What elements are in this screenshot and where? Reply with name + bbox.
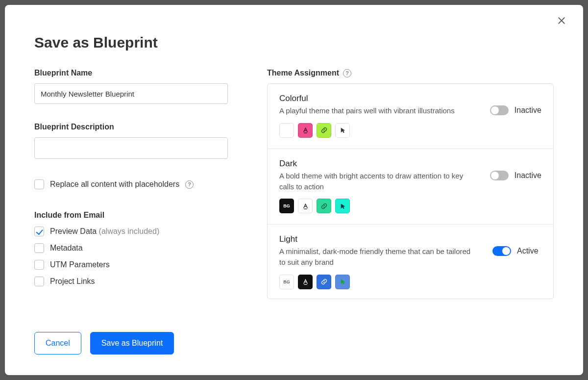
bg-swatch: BG	[279, 199, 294, 213]
theme-heading-text: Theme Assignment	[267, 69, 339, 77]
include-metadata-row[interactable]: Metadata	[34, 243, 238, 253]
theme-item: DarkA bold theme with bright accents to …	[268, 149, 553, 225]
theme-item: LightA minimalist, dark-mode friendly th…	[268, 225, 553, 299]
theme-swatches: BG	[279, 275, 483, 289]
bg-blank-swatch	[279, 123, 294, 138]
include-utm-label: UTM Parameters	[50, 260, 110, 269]
blueprint-desc-input[interactable]	[34, 137, 228, 159]
include-utm-row[interactable]: UTM Parameters	[34, 260, 238, 270]
theme-description: A minimalist, dark-mode friendly theme t…	[279, 246, 475, 268]
replace-placeholders-checkbox[interactable]	[34, 179, 44, 189]
theme-status-label: Active	[517, 247, 539, 255]
cursor-swatch	[335, 199, 350, 213]
link-swatch	[317, 123, 331, 138]
right-column: Theme Assignment ? ColorfulA playful the…	[267, 69, 554, 299]
text-swatch	[298, 123, 313, 138]
help-icon[interactable]: ?	[343, 69, 351, 77]
include-project-links-row[interactable]: Project Links	[34, 277, 238, 286]
theme-toggle[interactable]	[490, 171, 509, 180]
bg-swatch: BG	[279, 275, 294, 289]
replace-placeholders-label: Replace all content with placeholders	[50, 180, 179, 189]
theme-swatches: BG	[279, 199, 480, 213]
modal-title: Save as Blueprint	[34, 34, 554, 51]
cursor-swatch	[335, 275, 350, 289]
include-heading: Include from Email	[34, 211, 238, 220]
left-column: Blueprint Name Blueprint Description Rep…	[34, 69, 238, 299]
theme-status-label: Inactive	[514, 106, 541, 115]
theme-status-label: Inactive	[514, 171, 541, 180]
blueprint-name-input[interactable]	[34, 83, 228, 104]
blueprint-name-label: Blueprint Name	[34, 69, 238, 77]
include-utm-checkbox[interactable]	[34, 260, 44, 270]
close-icon[interactable]	[557, 16, 568, 27]
help-icon[interactable]: ?	[185, 180, 194, 189]
text-swatch	[298, 275, 313, 289]
include-preview-checkbox	[34, 227, 44, 236]
include-preview-row: Preview Data (always included)	[34, 227, 238, 236]
include-metadata-checkbox[interactable]	[34, 243, 44, 253]
modal-footer: Cancel Save as Blueprint	[34, 332, 174, 355]
include-project-links-label: Project Links	[50, 277, 95, 286]
theme-description: A bold theme with bright accents to draw…	[279, 171, 475, 192]
include-project-links-checkbox[interactable]	[34, 277, 44, 286]
text-swatch	[298, 199, 313, 213]
theme-name: Colorful	[279, 94, 480, 103]
theme-item: ColorfulA playful theme that pairs well …	[268, 84, 553, 149]
link-swatch	[317, 275, 331, 289]
save-blueprint-modal: Save as Blueprint Blueprint Name Bluepri…	[5, 5, 583, 375]
include-preview-label: Preview Data	[50, 227, 97, 235]
theme-toggle[interactable]	[492, 246, 511, 256]
include-preview-suffix: (always included)	[99, 227, 160, 235]
theme-description: A playful theme that pairs well with vib…	[279, 105, 475, 116]
theme-name: Dark	[279, 159, 480, 169]
theme-name: Light	[279, 234, 483, 244]
save-button[interactable]: Save as Blueprint	[90, 332, 174, 355]
theme-swatches	[279, 123, 480, 138]
theme-toggle[interactable]	[490, 105, 509, 115]
link-swatch	[317, 199, 331, 213]
cursor-swatch	[335, 123, 350, 138]
theme-heading: Theme Assignment ?	[267, 69, 554, 77]
include-metadata-label: Metadata	[50, 244, 83, 253]
theme-list[interactable]: ColorfulA playful theme that pairs well …	[267, 83, 554, 299]
replace-placeholders-row[interactable]: Replace all content with placeholders ?	[34, 179, 238, 189]
cancel-button[interactable]: Cancel	[34, 332, 81, 355]
blueprint-desc-label: Blueprint Description	[34, 123, 238, 131]
